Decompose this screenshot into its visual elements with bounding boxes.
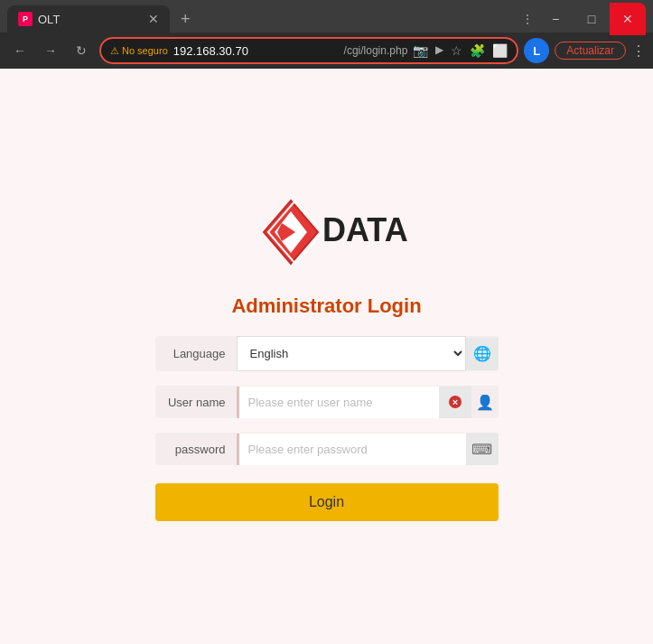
browser-tab[interactable]: P OLT ✕ xyxy=(7,5,170,33)
password-row: password ⌨ xyxy=(155,433,499,465)
extension-icon[interactable]: 🧩 xyxy=(470,43,485,58)
refresh-button[interactable]: ↻ xyxy=(69,38,94,63)
minimize-button[interactable]: − xyxy=(537,3,574,35)
password-input[interactable] xyxy=(239,434,466,465)
new-tab-button[interactable]: + xyxy=(173,10,198,29)
address-text: 192.168.30.70 xyxy=(173,44,339,58)
profile-button[interactable]: L xyxy=(524,38,549,63)
language-select-wrapper: English Chinese xyxy=(237,336,466,371)
username-row: User name × 👤 xyxy=(155,386,499,418)
address-bar-row: ← → ↻ ⚠ No seguro 192.168.30.70 /cgi/log… xyxy=(0,33,653,69)
username-input[interactable] xyxy=(239,387,439,418)
address-bar-icons: 📷 ▶ ☆ 🧩 ⬜ xyxy=(413,43,508,58)
password-label: password xyxy=(155,443,237,456)
language-label: Language xyxy=(155,347,237,360)
close-window-button[interactable]: ✕ xyxy=(610,3,646,35)
svg-text:DATA: DATA xyxy=(322,211,408,248)
login-form: Language English Chinese 🌐 User name × xyxy=(155,336,499,521)
password-input-wrapper xyxy=(237,434,466,465)
back-button[interactable]: ← xyxy=(7,38,33,63)
language-row: Language English Chinese 🌐 xyxy=(155,336,499,371)
maximize-button[interactable]: □ xyxy=(574,3,610,35)
user-icon: 👤 xyxy=(471,386,499,418)
tab-bar-actions: ⋮ xyxy=(521,12,534,26)
address-bar[interactable]: ⚠ No seguro 192.168.30.70 /cgi/login.php… xyxy=(99,37,518,64)
login-title: Administrator Login xyxy=(231,294,421,318)
username-input-wrapper xyxy=(237,387,439,418)
security-warning: ⚠ No seguro xyxy=(110,45,168,57)
address-suffix: /cgi/login.php xyxy=(344,44,408,57)
username-label: User name xyxy=(155,396,237,409)
page-content: DATA Administrator Login Language Englis… xyxy=(0,69,653,644)
keyboard-icon[interactable]: ⌨ xyxy=(466,433,499,465)
svg-text:×: × xyxy=(452,397,457,407)
tab-close-button[interactable]: ✕ xyxy=(148,12,159,26)
tab-bar: P OLT ✕ + ⋮ − □ ✕ xyxy=(0,0,653,33)
screenshot-icon[interactable]: 📷 xyxy=(413,43,428,58)
split-view-icon[interactable]: ⬜ xyxy=(492,43,508,58)
browser-menu-icon[interactable]: ⋮ xyxy=(631,42,646,60)
logo-area: DATA xyxy=(246,191,408,276)
bookmark-icon[interactable]: ☆ xyxy=(451,43,462,58)
forward-button[interactable]: → xyxy=(38,38,63,63)
tab-bar-menu-icon[interactable]: ⋮ xyxy=(521,12,534,26)
clear-username-icon[interactable]: × xyxy=(439,386,471,418)
window-controls: − □ ✕ xyxy=(537,3,646,35)
tab-favicon: P xyxy=(18,12,33,26)
arrow-icon[interactable]: ▶ xyxy=(435,43,443,58)
tab-title: OLT xyxy=(38,13,143,26)
cdata-logo: DATA xyxy=(246,191,408,273)
browser-chrome: P OLT ✕ + ⋮ − □ ✕ ← → ↻ ⚠ No seguro 192.… xyxy=(0,0,653,69)
language-globe-icon[interactable]: 🌐 xyxy=(466,338,499,370)
login-button[interactable]: Login xyxy=(155,483,499,521)
update-button[interactable]: Actualizar xyxy=(555,42,626,60)
language-select[interactable]: English Chinese xyxy=(238,337,465,370)
